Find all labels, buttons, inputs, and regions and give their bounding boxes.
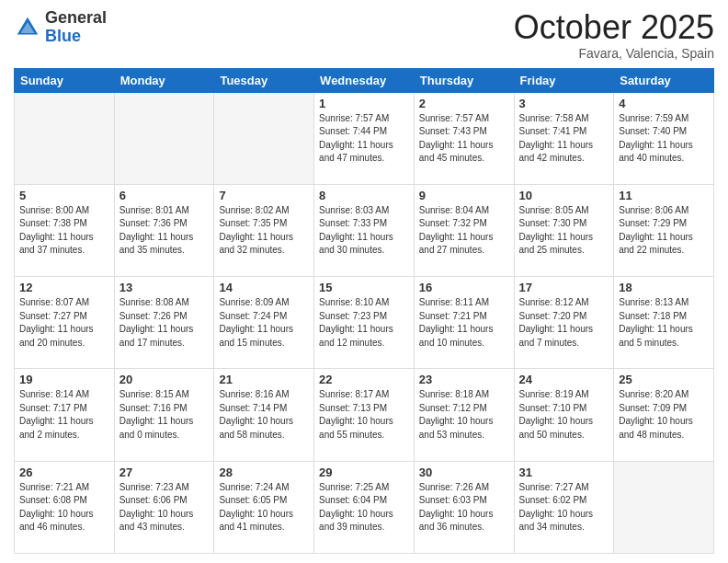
- col-header-wednesday: Wednesday: [314, 68, 415, 92]
- calendar-cell: 3Sunrise: 7:58 AM Sunset: 7:41 PM Daylig…: [514, 92, 614, 184]
- calendar-cell: 30Sunrise: 7:26 AM Sunset: 6:03 PM Dayli…: [414, 461, 514, 553]
- day-number: 27: [119, 465, 210, 479]
- calendar-cell: 23Sunrise: 8:18 AM Sunset: 7:12 PM Dayli…: [414, 369, 514, 461]
- logo: General Blue: [14, 9, 107, 46]
- day-info: Sunrise: 7:21 AM Sunset: 6:08 PM Dayligh…: [19, 481, 109, 534]
- day-info: Sunrise: 8:18 AM Sunset: 7:12 PM Dayligh…: [419, 388, 509, 442]
- day-number: 15: [319, 281, 409, 294]
- week-row-3: 19Sunrise: 8:14 AM Sunset: 7:17 PM Dayli…: [15, 369, 714, 461]
- calendar-cell: [214, 92, 314, 184]
- day-number: 31: [519, 465, 609, 479]
- calendar-cell: 12Sunrise: 8:07 AM Sunset: 7:27 PM Dayli…: [15, 277, 115, 369]
- day-number: 14: [219, 281, 309, 294]
- day-number: 26: [19, 465, 109, 479]
- day-number: 21: [219, 373, 309, 386]
- calendar-cell: 17Sunrise: 8:12 AM Sunset: 7:20 PM Dayli…: [514, 277, 614, 369]
- day-number: 17: [519, 281, 609, 294]
- day-info: Sunrise: 8:06 AM Sunset: 7:29 PM Dayligh…: [619, 204, 709, 258]
- page: General Blue October 2025 Favara, Valenc…: [0, 0, 728, 563]
- calendar-cell: 16Sunrise: 8:11 AM Sunset: 7:21 PM Dayli…: [414, 277, 514, 369]
- calendar-cell: 24Sunrise: 8:19 AM Sunset: 7:10 PM Dayli…: [514, 369, 614, 461]
- calendar-cell: 13Sunrise: 8:08 AM Sunset: 7:26 PM Dayli…: [114, 277, 214, 369]
- calendar-header-row: SundayMondayTuesdayWednesdayThursdayFrid…: [15, 68, 714, 92]
- day-info: Sunrise: 8:03 AM Sunset: 7:33 PM Dayligh…: [319, 204, 409, 258]
- day-info: Sunrise: 8:17 AM Sunset: 7:13 PM Dayligh…: [319, 388, 409, 442]
- calendar-cell: 26Sunrise: 7:21 AM Sunset: 6:08 PM Dayli…: [15, 461, 115, 553]
- calendar-cell: 29Sunrise: 7:25 AM Sunset: 6:04 PM Dayli…: [314, 461, 415, 553]
- day-info: Sunrise: 7:58 AM Sunset: 7:41 PM Dayligh…: [519, 112, 609, 166]
- day-number: 8: [319, 189, 409, 202]
- day-number: 5: [19, 189, 109, 202]
- day-info: Sunrise: 8:01 AM Sunset: 7:36 PM Dayligh…: [119, 204, 210, 258]
- day-info: Sunrise: 8:14 AM Sunset: 7:17 PM Dayligh…: [19, 388, 109, 442]
- calendar-cell: [114, 92, 214, 184]
- day-number: 13: [119, 281, 210, 294]
- col-header-thursday: Thursday: [414, 68, 514, 92]
- calendar-cell: 9Sunrise: 8:04 AM Sunset: 7:32 PM Daylig…: [414, 184, 514, 276]
- calendar-cell: 4Sunrise: 7:59 AM Sunset: 7:40 PM Daylig…: [614, 92, 714, 184]
- calendar-cell: 15Sunrise: 8:10 AM Sunset: 7:23 PM Dayli…: [314, 277, 415, 369]
- day-info: Sunrise: 8:20 AM Sunset: 7:09 PM Dayligh…: [619, 388, 709, 442]
- day-info: Sunrise: 7:59 AM Sunset: 7:40 PM Dayligh…: [619, 112, 709, 166]
- month-title: October 2025: [514, 9, 714, 46]
- calendar-cell: 31Sunrise: 7:27 AM Sunset: 6:02 PM Dayli…: [514, 461, 614, 553]
- day-number: 6: [119, 189, 210, 202]
- day-info: Sunrise: 8:15 AM Sunset: 7:16 PM Dayligh…: [119, 388, 210, 442]
- day-number: 4: [619, 97, 709, 110]
- day-number: 18: [619, 281, 709, 294]
- week-row-4: 26Sunrise: 7:21 AM Sunset: 6:08 PM Dayli…: [15, 461, 714, 553]
- day-number: 2: [419, 97, 509, 110]
- day-number: 10: [519, 189, 609, 202]
- day-info: Sunrise: 7:27 AM Sunset: 6:02 PM Dayligh…: [519, 481, 609, 534]
- calendar-cell: 18Sunrise: 8:13 AM Sunset: 7:18 PM Dayli…: [614, 277, 714, 369]
- day-info: Sunrise: 8:11 AM Sunset: 7:21 PM Dayligh…: [419, 296, 509, 350]
- day-info: Sunrise: 8:02 AM Sunset: 7:35 PM Dayligh…: [219, 204, 309, 258]
- day-info: Sunrise: 8:12 AM Sunset: 7:20 PM Dayligh…: [519, 296, 609, 350]
- col-header-monday: Monday: [114, 68, 214, 92]
- day-info: Sunrise: 8:05 AM Sunset: 7:30 PM Dayligh…: [519, 204, 609, 258]
- calendar-cell: [614, 461, 714, 553]
- calendar-cell: 14Sunrise: 8:09 AM Sunset: 7:24 PM Dayli…: [214, 277, 314, 369]
- week-row-0: 1Sunrise: 7:57 AM Sunset: 7:44 PM Daylig…: [15, 92, 714, 184]
- calendar-cell: 7Sunrise: 8:02 AM Sunset: 7:35 PM Daylig…: [214, 184, 314, 276]
- day-info: Sunrise: 8:09 AM Sunset: 7:24 PM Dayligh…: [219, 296, 309, 350]
- day-info: Sunrise: 8:07 AM Sunset: 7:27 PM Dayligh…: [19, 296, 109, 350]
- day-info: Sunrise: 7:57 AM Sunset: 7:44 PM Dayligh…: [319, 112, 409, 166]
- day-number: 1: [319, 97, 409, 110]
- day-number: 23: [419, 373, 509, 386]
- day-number: 24: [519, 373, 609, 386]
- title-block: October 2025 Favara, Valencia, Spain: [514, 9, 714, 61]
- day-info: Sunrise: 7:23 AM Sunset: 6:06 PM Dayligh…: [119, 481, 210, 534]
- calendar-cell: 27Sunrise: 7:23 AM Sunset: 6:06 PM Dayli…: [114, 461, 214, 553]
- header: General Blue October 2025 Favara, Valenc…: [14, 9, 714, 61]
- calendar-cell: 25Sunrise: 8:20 AM Sunset: 7:09 PM Dayli…: [614, 369, 714, 461]
- day-info: Sunrise: 8:19 AM Sunset: 7:10 PM Dayligh…: [519, 388, 609, 442]
- calendar-cell: 28Sunrise: 7:24 AM Sunset: 6:05 PM Dayli…: [214, 461, 314, 553]
- day-info: Sunrise: 7:26 AM Sunset: 6:03 PM Dayligh…: [419, 481, 509, 534]
- day-number: 3: [519, 97, 609, 110]
- day-info: Sunrise: 8:16 AM Sunset: 7:14 PM Dayligh…: [219, 388, 309, 442]
- day-number: 7: [219, 189, 309, 202]
- calendar-cell: 8Sunrise: 8:03 AM Sunset: 7:33 PM Daylig…: [314, 184, 415, 276]
- day-number: 28: [219, 465, 309, 479]
- day-number: 9: [419, 189, 509, 202]
- day-number: 16: [419, 281, 509, 294]
- day-number: 19: [19, 373, 109, 386]
- day-number: 25: [619, 373, 709, 386]
- calendar-cell: 22Sunrise: 8:17 AM Sunset: 7:13 PM Dayli…: [314, 369, 415, 461]
- day-number: 11: [619, 189, 709, 202]
- day-number: 22: [319, 373, 409, 386]
- day-info: Sunrise: 8:00 AM Sunset: 7:38 PM Dayligh…: [19, 204, 109, 258]
- week-row-2: 12Sunrise: 8:07 AM Sunset: 7:27 PM Dayli…: [15, 277, 714, 369]
- day-info: Sunrise: 7:24 AM Sunset: 6:05 PM Dayligh…: [219, 481, 309, 534]
- day-info: Sunrise: 7:25 AM Sunset: 6:04 PM Dayligh…: [319, 481, 409, 534]
- calendar-cell: 20Sunrise: 8:15 AM Sunset: 7:16 PM Dayli…: [114, 369, 214, 461]
- day-number: 29: [319, 465, 409, 479]
- calendar-cell: 10Sunrise: 8:05 AM Sunset: 7:30 PM Dayli…: [514, 184, 614, 276]
- calendar-cell: 5Sunrise: 8:00 AM Sunset: 7:38 PM Daylig…: [15, 184, 115, 276]
- day-number: 30: [419, 465, 509, 479]
- day-info: Sunrise: 8:10 AM Sunset: 7:23 PM Dayligh…: [319, 296, 409, 350]
- calendar-cell: 2Sunrise: 7:57 AM Sunset: 7:43 PM Daylig…: [414, 92, 514, 184]
- day-info: Sunrise: 8:13 AM Sunset: 7:18 PM Dayligh…: [619, 296, 709, 350]
- week-row-1: 5Sunrise: 8:00 AM Sunset: 7:38 PM Daylig…: [15, 184, 714, 276]
